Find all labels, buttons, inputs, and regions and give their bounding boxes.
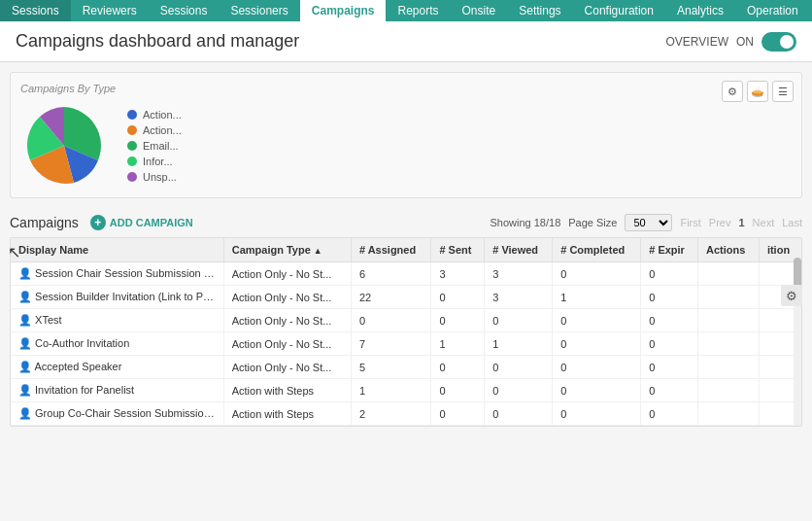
cell-assigned: 5 [351, 356, 431, 379]
cell-type: Action Only - No St... [223, 332, 351, 356]
cell-actions [698, 402, 760, 426]
cell-expir: 0 [641, 379, 698, 402]
table-row[interactable]: 👤 Group Co-Chair Session Submission View… [11, 402, 801, 426]
col-completed[interactable]: # Completed [553, 238, 641, 262]
chart-section: Campaigns By Type ⚙ 🥧 ☰ Ac [10, 72, 802, 198]
cell-name: 👤 Session Builder Invitation (Link to Po… [11, 286, 223, 309]
col-campaign-type[interactable]: Campaign Type [223, 238, 351, 262]
col-assigned[interactable]: # Assigned [351, 238, 431, 262]
page-size-label: Page Size [568, 217, 617, 228]
legend-dot-1 [127, 125, 137, 135]
next-page-button[interactable]: Next [753, 217, 775, 228]
cell-assigned: 2 [351, 402, 431, 426]
showing-count: Showing 18/18 [491, 217, 561, 228]
header-controls: OVERVIEW ON [666, 32, 796, 52]
cell-sent: 0 [431, 379, 485, 402]
top-navigation: Sessions Reviewers Sessions Sessioners C… [0, 0, 812, 21]
chart-pie-button[interactable]: 🥧 [747, 81, 768, 102]
cell-viewed: 0 [485, 309, 553, 332]
overview-label: OVERVIEW [666, 35, 728, 49]
cell-type: Action Only - No St... [223, 286, 351, 309]
table-row[interactable]: 👤 Session Chair Session Submission Editi… [11, 262, 801, 286]
cell-expir: 0 [641, 262, 698, 286]
toggle-on-label: ON [736, 35, 754, 49]
legend-dot-3 [127, 156, 137, 166]
chart-legend: Action... Action... Email... Infor... Un… [127, 109, 182, 183]
table-row[interactable]: 👤 Accepted Speaker Action Only - No St..… [11, 356, 801, 379]
cell-viewed: 0 [485, 356, 553, 379]
cell-sent: 0 [431, 309, 485, 332]
cell-type: Action with Steps [223, 402, 351, 426]
legend-dot-4 [127, 172, 137, 182]
nav-reviewers[interactable]: Reviewers [71, 0, 149, 21]
chart-list-button[interactable]: ☰ [772, 81, 794, 102]
nav-analytics[interactable]: Analytics [665, 0, 735, 21]
nav-operation[interactable]: Operation [735, 0, 810, 21]
legend-item-3: Infor... [127, 156, 182, 167]
campaigns-title: Campaigns [10, 215, 79, 230]
overview-toggle[interactable] [761, 32, 796, 52]
cell-viewed: 3 [485, 262, 553, 286]
cell-expir: 0 [641, 356, 698, 379]
cell-viewed: 0 [485, 379, 553, 402]
cell-name: 👤 Invitation for Panelist [11, 379, 223, 402]
add-campaign-icon: + [90, 215, 106, 230]
cell-viewed: 3 [485, 286, 553, 309]
cell-sent: 1 [431, 332, 485, 356]
cell-viewed: 0 [485, 402, 553, 426]
prev-page-button[interactable]: Prev [709, 217, 731, 228]
legend-item-0: Action... [127, 109, 182, 121]
cell-completed: 0 [553, 402, 641, 426]
add-campaign-button[interactable]: + ADD CAMPAIGN [90, 215, 193, 230]
col-actions[interactable]: Actions [698, 238, 760, 262]
nav-reports[interactable]: Reports [386, 0, 450, 21]
nav-sessioners[interactable]: Sessioners [219, 0, 299, 21]
page-size-select[interactable]: 50 25 100 [625, 214, 672, 231]
page-title: Campaigns dashboard and manager [16, 31, 299, 52]
nav-onsite[interactable]: Onsite [451, 0, 508, 21]
chart-settings-button[interactable]: ⚙ [722, 81, 743, 102]
add-campaign-label: ADD CAMPAIGN [110, 217, 193, 228]
table-header-row: Display Name Campaign Type # Assigned # … [11, 238, 801, 262]
cell-type: Action with Steps [223, 379, 351, 402]
legend-label-2: Email... [143, 140, 179, 152]
cell-completed: 0 [553, 262, 641, 286]
table-row[interactable]: 👤 Invitation for Panelist Action with St… [11, 379, 801, 402]
campaigns-section: Campaigns + ADD CAMPAIGN Showing 18/18 P… [10, 208, 802, 427]
campaigns-header: Campaigns + ADD CAMPAIGN Showing 18/18 P… [10, 208, 802, 237]
table-settings-icon[interactable]: ⚙ [781, 285, 802, 306]
cell-sent: 3 [431, 262, 485, 286]
nav-configuration[interactable]: Configuration [573, 0, 665, 21]
cell-name: 👤 Session Chair Session Submission Editi… [11, 262, 223, 286]
campaigns-table: Display Name Campaign Type # Assigned # … [11, 238, 801, 426]
table-row[interactable]: 👤 XTest Action Only - No St... 0 0 0 0 0 [11, 309, 801, 332]
cell-name: 👤 Accepted Speaker [11, 356, 223, 379]
nav-sessions[interactable]: Sessions [0, 0, 71, 21]
cell-viewed: 1 [485, 332, 553, 356]
nav-sessions2[interactable]: Sessions [149, 0, 220, 21]
col-expir[interactable]: # Expir [641, 238, 698, 262]
cell-completed: 0 [553, 309, 641, 332]
last-page-button[interactable]: Last [782, 217, 802, 228]
campaigns-table-wrapper: Display Name Campaign Type # Assigned # … [10, 237, 802, 427]
cell-type: Action Only - No St... [223, 262, 351, 286]
cell-actions [698, 379, 760, 402]
cell-name: 👤 Co-Author Invitation [11, 332, 223, 356]
table-row[interactable]: 👤 Session Builder Invitation (Link to Po… [11, 286, 801, 309]
table-body: 👤 Session Chair Session Submission Editi… [11, 262, 801, 426]
col-viewed[interactable]: # Viewed [485, 238, 553, 262]
cell-actions [698, 286, 760, 309]
col-display-name[interactable]: Display Name [11, 238, 223, 262]
legend-label-0: Action... [143, 109, 182, 121]
first-page-button[interactable]: First [680, 217, 700, 228]
nav-campaigns[interactable]: Campaigns [300, 0, 387, 21]
sort-icon [314, 244, 322, 256]
nav-settings[interactable]: Settings [507, 0, 572, 21]
cell-actions [698, 332, 760, 356]
cell-completed: 0 [553, 379, 641, 402]
scrollbar-track[interactable] [794, 238, 801, 426]
cell-completed: 0 [553, 356, 641, 379]
table-row[interactable]: 👤 Co-Author Invitation Action Only - No … [11, 332, 801, 356]
cell-assigned: 1 [351, 379, 431, 402]
col-sent[interactable]: # Sent [431, 238, 485, 262]
